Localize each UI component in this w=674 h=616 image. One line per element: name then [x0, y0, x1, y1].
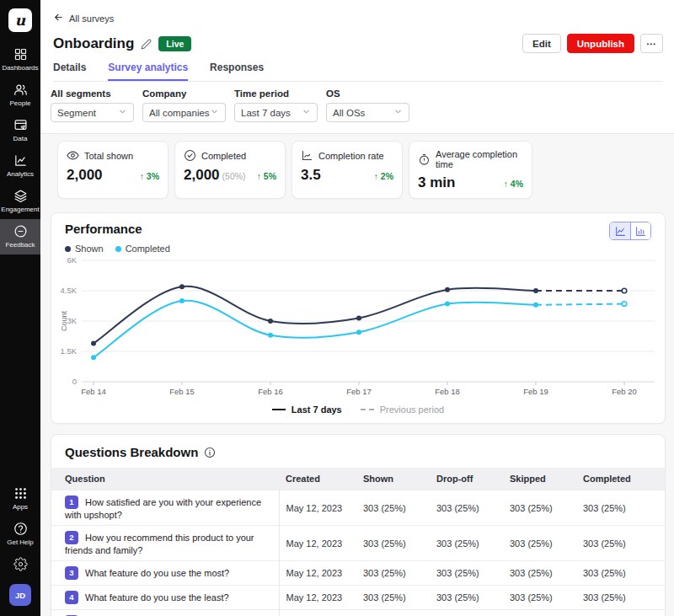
sidebar-item-configure[interactable]: Configure: [0, 552, 40, 577]
breadcrumb-label: All surveys: [69, 13, 114, 24]
app-root: u Dashboards People Data Analytics Engag…: [0, 0, 674, 616]
dropoff-cell: 303 (25%): [430, 490, 503, 526]
edit-title-pencil-icon[interactable]: [141, 38, 152, 49]
stat-value: 3.5: [301, 167, 321, 184]
skipped-cell: 303 (25%): [503, 490, 576, 526]
stat-delta: ↑ 3%: [140, 171, 159, 181]
series-dot: [115, 246, 121, 252]
sidebar: u Dashboards People Data Analytics Engag…: [0, 0, 40, 616]
created-cell: May 12, 2023: [279, 561, 356, 586]
sidebar-item-analytics[interactable]: Analytics: [0, 148, 40, 184]
series-legend: Shown Completed: [65, 244, 651, 254]
svg-text:3K: 3K: [67, 316, 77, 325]
tab-responses[interactable]: Responses: [210, 62, 264, 81]
sidebar-item-dashboards[interactable]: Dashboards: [0, 42, 40, 78]
question-row-5[interactable]: 5What feature would you like us to imple…: [51, 610, 665, 616]
series-legend-shown[interactable]: Shown: [65, 244, 104, 254]
info-icon[interactable]: [204, 447, 216, 458]
shown-cell: 303 (25%): [356, 490, 430, 526]
sidebar-item-people[interactable]: People: [0, 78, 40, 113]
created-cell: May 12, 2023: [279, 490, 356, 526]
sidebar-item-feedback[interactable]: Feedback: [0, 219, 40, 254]
svg-text:Count: Count: [60, 311, 68, 332]
questions-table-header: QuestionCreatedShownDrop-offSkippedCompl…: [51, 468, 665, 490]
svg-text:Feb 17: Feb 17: [346, 387, 372, 396]
skipped-cell: 303 (25%): [503, 586, 576, 610]
chevron-down-icon: [210, 107, 219, 118]
stats-row: Total shown 2,000 ↑ 3% Completed 2,000 (…: [57, 141, 666, 199]
header-actions: Edit Unpublish ⋯: [522, 34, 663, 53]
question-row-3[interactable]: 3What feature do you use the most? May 1…: [51, 561, 665, 586]
stat-value: 3 min: [418, 174, 455, 191]
series-label: Shown: [75, 244, 104, 254]
sidebar-item-apps[interactable]: Apps: [0, 481, 40, 517]
question-row-4[interactable]: 4What feature do you use the least? May …: [51, 586, 665, 610]
sidebar-item-engagement[interactable]: Engagement: [0, 184, 40, 219]
filter-select-all-segments[interactable]: Segment: [51, 103, 134, 122]
sidebar-item-label: Data: [13, 135, 28, 142]
filter-label: All segments: [51, 88, 134, 99]
completed-cell: 303 (25%): [576, 610, 665, 616]
edit-button[interactable]: Edit: [522, 34, 561, 53]
question-number-badge: 4: [65, 591, 78, 604]
tab-survey-analytics[interactable]: Survey analytics: [108, 62, 188, 81]
filter-selected-value: All companies: [149, 108, 210, 118]
main-area: All surveys Onboarding Live Edit Unpubli…: [40, 0, 674, 616]
people-icon: [13, 83, 28, 97]
sidebar-item-data[interactable]: Data: [0, 113, 40, 148]
data-icon: [13, 118, 28, 132]
user-avatar[interactable]: JD: [9, 584, 31, 606]
sidebar-item-label: Get Help: [7, 538, 34, 546]
svg-text:4.5K: 4.5K: [60, 286, 77, 295]
sidebar-item-label: People: [10, 99, 31, 107]
svg-text:Feb 16: Feb 16: [258, 387, 283, 396]
title-row: Onboarding Live Edit Unpublish ⋯: [53, 34, 663, 53]
filter-select-os[interactable]: All OSs: [326, 103, 409, 122]
userpilot-logo[interactable]: u: [8, 8, 32, 32]
line-chart-toggle-button[interactable]: [610, 222, 630, 239]
help-icon: [13, 522, 28, 536]
question-row-2[interactable]: 2How you recommend this product to your …: [51, 526, 665, 561]
stat-card-completed: Completed 2,000 (50%) ↑ 5%: [174, 141, 286, 199]
question-number-badge: 2: [65, 531, 78, 544]
stat-card-average-completion-time: Average completion time 3 min ↑ 4%: [409, 141, 532, 199]
question-cell: 1How satisfied are you with your experie…: [51, 490, 279, 526]
questions-breakdown-title: Questions Breakdown: [65, 445, 198, 459]
legend-previous-period[interactable]: Previous period: [361, 404, 444, 415]
svg-text:Feb 19: Feb 19: [523, 387, 548, 396]
more-menu-button[interactable]: ⋯: [640, 34, 663, 53]
bar-chart-toggle-button[interactable]: [630, 222, 650, 239]
question-cell: 5What feature would you like us to imple…: [51, 610, 279, 616]
sidebar-item-get-help[interactable]: Get Help: [0, 517, 40, 552]
question-row-1[interactable]: 1How satisfied are you with your experie…: [51, 490, 665, 526]
unpublish-button[interactable]: Unpublish: [567, 34, 634, 53]
legend-last-7-days[interactable]: Last 7 days: [272, 404, 342, 415]
chevron-down-icon: [302, 107, 311, 118]
filter-selected-value: Segment: [57, 108, 96, 118]
dropoff-cell: 303 (25%): [430, 586, 503, 610]
questions-breakdown-panel: Questions Breakdown QuestionCreatedShown…: [51, 434, 666, 616]
series-legend-completed[interactable]: Completed: [115, 244, 170, 254]
breadcrumb-back-link[interactable]: All surveys: [53, 12, 114, 24]
status-badge: Live: [158, 36, 191, 51]
filter-select-company[interactable]: All companies: [142, 103, 226, 122]
sidebar-item-label: Configure: [13, 558, 27, 571]
sidebar-item-label: Dashboards: [2, 64, 38, 72]
column-header-created: Created: [279, 468, 356, 490]
completed-cell: 303 (25%): [576, 490, 665, 526]
stat-delta: ↑ 5%: [257, 171, 276, 181]
content-area: Total shown 2,000 ↑ 3% Completed 2,000 (…: [40, 134, 674, 616]
dashboards-icon: [13, 47, 28, 62]
tab-details[interactable]: Details: [53, 62, 86, 81]
column-header-completed: Completed: [576, 468, 665, 490]
shown-cell: 303 (25%): [356, 586, 430, 610]
performance-panel: Performance Shown Completed 01.5K3K4.5K6…: [51, 212, 666, 424]
check-circle-icon: [184, 149, 196, 162]
skipped-cell: 303 (25%): [503, 526, 576, 561]
question-text: What feature do you use the most?: [85, 568, 229, 578]
skipped-cell: 303 (25%): [503, 610, 576, 616]
filter-label: Company: [142, 88, 226, 99]
svg-text:Feb 20: Feb 20: [612, 387, 637, 396]
chevron-down-icon: [393, 107, 403, 118]
filter-select-time-period[interactable]: Last 7 days: [234, 103, 318, 122]
